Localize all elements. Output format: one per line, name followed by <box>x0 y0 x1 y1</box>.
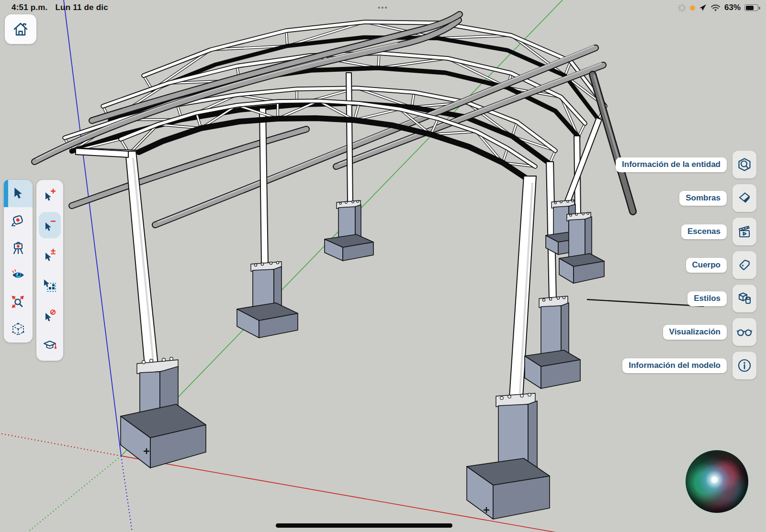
display-glasses-icon <box>736 326 753 338</box>
select-tutorial-icon <box>43 340 57 352</box>
zoom-extents-icon <box>11 295 25 309</box>
select-subtract-icon <box>44 219 56 232</box>
select-subtract[interactable] <box>36 210 63 240</box>
entity-info-icon <box>737 157 752 172</box>
select-instances[interactable] <box>36 270 63 300</box>
toolbar-tools <box>4 180 33 343</box>
column <box>259 108 268 264</box>
column <box>346 73 353 203</box>
scenes-button[interactable] <box>732 218 756 245</box>
panel-scenes: Escenas <box>616 218 756 245</box>
home-icon <box>12 21 29 37</box>
styles-icon <box>737 291 752 306</box>
panel-entity-info: Información de la entidad <box>616 151 756 178</box>
pedestal-right-mid <box>525 296 580 388</box>
red-axis-dotted <box>0 433 121 456</box>
select-add[interactable] <box>36 180 63 210</box>
pedestal-front-left <box>121 357 206 468</box>
green-axis-dotted <box>28 456 121 532</box>
styles-label: Estilos <box>687 291 727 306</box>
pedestal-mid-left <box>237 261 298 338</box>
orbit-icon <box>11 322 25 336</box>
tag-icon <box>737 258 752 272</box>
select-instances-icon <box>43 279 56 292</box>
select-none-icon <box>44 309 56 322</box>
tool-tape-measure[interactable] <box>4 207 33 234</box>
model-info-icon <box>737 358 752 373</box>
look-around-eye-icon <box>11 268 25 281</box>
shadows-button[interactable] <box>732 184 756 212</box>
home-button[interactable] <box>5 14 36 44</box>
pedestal-front-right <box>467 393 550 519</box>
entity-info-button[interactable] <box>732 151 756 178</box>
tool-zoom-extents[interactable] <box>4 288 33 316</box>
tape-measure-icon <box>11 213 25 228</box>
display-label: Visualización <box>663 325 727 340</box>
panel-display: Visualización <box>616 318 756 346</box>
shadows-label: Sombras <box>679 191 727 206</box>
home-indicator[interactable] <box>276 523 452 528</box>
panel-tags: Cuerpo <box>616 251 756 279</box>
tags-label: Cuerpo <box>686 258 727 273</box>
red-axis <box>121 456 766 532</box>
position-camera-icon <box>11 241 25 255</box>
blue-axis-dotted <box>121 456 132 532</box>
styles-button[interactable] <box>732 285 756 312</box>
select-toggle-icon <box>44 249 56 262</box>
model-info-button[interactable] <box>732 352 756 379</box>
tool-select[interactable] <box>4 180 33 207</box>
select-tutorial[interactable] <box>36 331 63 361</box>
select-add-icon <box>44 188 56 202</box>
right-panel: Información de la entidad Sombras Escena… <box>616 151 756 379</box>
tool-position-camera[interactable] <box>4 234 33 261</box>
blue-axis <box>64 0 121 456</box>
toolbar-select-modes <box>36 180 63 361</box>
scenes-label: Escenas <box>681 224 727 239</box>
shadows-icon <box>737 191 752 205</box>
select-cursor-icon <box>13 187 23 200</box>
panel-styles: Estilos <box>616 285 756 312</box>
panel-model-info: Información del modelo <box>616 352 756 379</box>
tags-button[interactable] <box>732 251 756 279</box>
model-info-label: Información del modelo <box>622 358 727 373</box>
display-button[interactable] <box>732 318 756 346</box>
siri-orb[interactable] <box>686 450 748 513</box>
select-toggle[interactable] <box>36 240 63 270</box>
tool-orbit[interactable] <box>4 315 33 343</box>
tool-look-around[interactable] <box>4 261 33 288</box>
scenes-icon <box>737 224 752 239</box>
select-none[interactable] <box>36 300 63 331</box>
pedestal-mid-back <box>325 200 373 261</box>
entity-info-label: Información de la entidad <box>616 157 727 172</box>
panel-shadows: Sombras <box>616 184 756 212</box>
